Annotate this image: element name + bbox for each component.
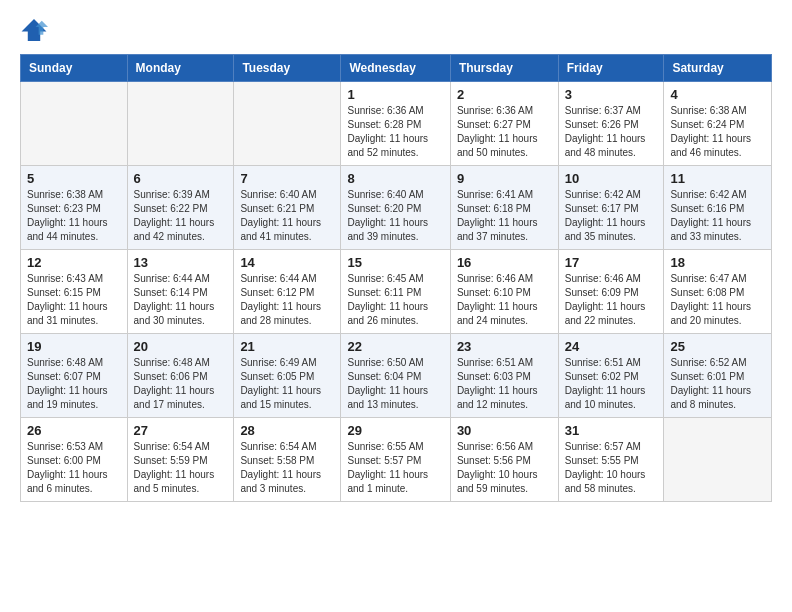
calendar-day-cell: 27Sunrise: 6:54 AM Sunset: 5:59 PM Dayli… [127, 418, 234, 502]
calendar-day-cell: 28Sunrise: 6:54 AM Sunset: 5:58 PM Dayli… [234, 418, 341, 502]
day-number: 23 [457, 339, 552, 354]
weekday-header-saturday: Saturday [664, 55, 772, 82]
day-info: Sunrise: 6:57 AM Sunset: 5:55 PM Dayligh… [565, 440, 658, 496]
day-info: Sunrise: 6:41 AM Sunset: 6:18 PM Dayligh… [457, 188, 552, 244]
header [20, 16, 772, 44]
day-number: 11 [670, 171, 765, 186]
day-number: 17 [565, 255, 658, 270]
calendar-day-cell: 19Sunrise: 6:48 AM Sunset: 6:07 PM Dayli… [21, 334, 128, 418]
day-info: Sunrise: 6:45 AM Sunset: 6:11 PM Dayligh… [347, 272, 443, 328]
weekday-header-sunday: Sunday [21, 55, 128, 82]
calendar-day-cell [21, 82, 128, 166]
day-number: 30 [457, 423, 552, 438]
day-number: 4 [670, 87, 765, 102]
weekday-header-monday: Monday [127, 55, 234, 82]
calendar-day-cell: 31Sunrise: 6:57 AM Sunset: 5:55 PM Dayli… [558, 418, 664, 502]
day-number: 24 [565, 339, 658, 354]
day-info: Sunrise: 6:49 AM Sunset: 6:05 PM Dayligh… [240, 356, 334, 412]
calendar-day-cell: 17Sunrise: 6:46 AM Sunset: 6:09 PM Dayli… [558, 250, 664, 334]
day-info: Sunrise: 6:54 AM Sunset: 5:59 PM Dayligh… [134, 440, 228, 496]
day-info: Sunrise: 6:46 AM Sunset: 6:10 PM Dayligh… [457, 272, 552, 328]
calendar-day-cell: 1Sunrise: 6:36 AM Sunset: 6:28 PM Daylig… [341, 82, 450, 166]
day-number: 21 [240, 339, 334, 354]
day-number: 20 [134, 339, 228, 354]
day-info: Sunrise: 6:52 AM Sunset: 6:01 PM Dayligh… [670, 356, 765, 412]
day-number: 28 [240, 423, 334, 438]
day-info: Sunrise: 6:55 AM Sunset: 5:57 PM Dayligh… [347, 440, 443, 496]
day-info: Sunrise: 6:50 AM Sunset: 6:04 PM Dayligh… [347, 356, 443, 412]
day-number: 2 [457, 87, 552, 102]
day-number: 27 [134, 423, 228, 438]
calendar-day-cell: 12Sunrise: 6:43 AM Sunset: 6:15 PM Dayli… [21, 250, 128, 334]
calendar-day-cell: 29Sunrise: 6:55 AM Sunset: 5:57 PM Dayli… [341, 418, 450, 502]
calendar-table: SundayMondayTuesdayWednesdayThursdayFrid… [20, 54, 772, 502]
day-info: Sunrise: 6:38 AM Sunset: 6:23 PM Dayligh… [27, 188, 121, 244]
day-info: Sunrise: 6:36 AM Sunset: 6:28 PM Dayligh… [347, 104, 443, 160]
day-info: Sunrise: 6:48 AM Sunset: 6:06 PM Dayligh… [134, 356, 228, 412]
day-number: 9 [457, 171, 552, 186]
calendar-week-row: 19Sunrise: 6:48 AM Sunset: 6:07 PM Dayli… [21, 334, 772, 418]
calendar-week-row: 5Sunrise: 6:38 AM Sunset: 6:23 PM Daylig… [21, 166, 772, 250]
day-number: 12 [27, 255, 121, 270]
calendar-day-cell: 24Sunrise: 6:51 AM Sunset: 6:02 PM Dayli… [558, 334, 664, 418]
day-number: 22 [347, 339, 443, 354]
logo-icon [20, 16, 48, 44]
day-info: Sunrise: 6:44 AM Sunset: 6:14 PM Dayligh… [134, 272, 228, 328]
weekday-header-tuesday: Tuesday [234, 55, 341, 82]
calendar-day-cell: 6Sunrise: 6:39 AM Sunset: 6:22 PM Daylig… [127, 166, 234, 250]
calendar-day-cell [127, 82, 234, 166]
day-number: 25 [670, 339, 765, 354]
day-info: Sunrise: 6:38 AM Sunset: 6:24 PM Dayligh… [670, 104, 765, 160]
day-info: Sunrise: 6:54 AM Sunset: 5:58 PM Dayligh… [240, 440, 334, 496]
page: SundayMondayTuesdayWednesdayThursdayFrid… [0, 0, 792, 612]
day-number: 13 [134, 255, 228, 270]
calendar-day-cell: 11Sunrise: 6:42 AM Sunset: 6:16 PM Dayli… [664, 166, 772, 250]
day-number: 14 [240, 255, 334, 270]
day-info: Sunrise: 6:36 AM Sunset: 6:27 PM Dayligh… [457, 104, 552, 160]
calendar-day-cell: 21Sunrise: 6:49 AM Sunset: 6:05 PM Dayli… [234, 334, 341, 418]
calendar-week-row: 26Sunrise: 6:53 AM Sunset: 6:00 PM Dayli… [21, 418, 772, 502]
day-number: 8 [347, 171, 443, 186]
day-info: Sunrise: 6:44 AM Sunset: 6:12 PM Dayligh… [240, 272, 334, 328]
day-number: 19 [27, 339, 121, 354]
day-info: Sunrise: 6:40 AM Sunset: 6:21 PM Dayligh… [240, 188, 334, 244]
calendar-day-cell: 23Sunrise: 6:51 AM Sunset: 6:03 PM Dayli… [450, 334, 558, 418]
weekday-header-thursday: Thursday [450, 55, 558, 82]
calendar-day-cell: 15Sunrise: 6:45 AM Sunset: 6:11 PM Dayli… [341, 250, 450, 334]
calendar-day-cell: 4Sunrise: 6:38 AM Sunset: 6:24 PM Daylig… [664, 82, 772, 166]
calendar-day-cell: 2Sunrise: 6:36 AM Sunset: 6:27 PM Daylig… [450, 82, 558, 166]
calendar-day-cell: 5Sunrise: 6:38 AM Sunset: 6:23 PM Daylig… [21, 166, 128, 250]
day-info: Sunrise: 6:40 AM Sunset: 6:20 PM Dayligh… [347, 188, 443, 244]
day-info: Sunrise: 6:51 AM Sunset: 6:03 PM Dayligh… [457, 356, 552, 412]
day-number: 29 [347, 423, 443, 438]
calendar-day-cell: 8Sunrise: 6:40 AM Sunset: 6:20 PM Daylig… [341, 166, 450, 250]
day-info: Sunrise: 6:48 AM Sunset: 6:07 PM Dayligh… [27, 356, 121, 412]
logo [20, 16, 52, 44]
calendar-day-cell: 16Sunrise: 6:46 AM Sunset: 6:10 PM Dayli… [450, 250, 558, 334]
day-info: Sunrise: 6:37 AM Sunset: 6:26 PM Dayligh… [565, 104, 658, 160]
calendar-day-cell: 10Sunrise: 6:42 AM Sunset: 6:17 PM Dayli… [558, 166, 664, 250]
day-info: Sunrise: 6:43 AM Sunset: 6:15 PM Dayligh… [27, 272, 121, 328]
calendar-day-cell: 7Sunrise: 6:40 AM Sunset: 6:21 PM Daylig… [234, 166, 341, 250]
day-number: 3 [565, 87, 658, 102]
calendar-day-cell: 25Sunrise: 6:52 AM Sunset: 6:01 PM Dayli… [664, 334, 772, 418]
day-info: Sunrise: 6:42 AM Sunset: 6:16 PM Dayligh… [670, 188, 765, 244]
day-info: Sunrise: 6:46 AM Sunset: 6:09 PM Dayligh… [565, 272, 658, 328]
day-info: Sunrise: 6:39 AM Sunset: 6:22 PM Dayligh… [134, 188, 228, 244]
calendar-day-cell: 9Sunrise: 6:41 AM Sunset: 6:18 PM Daylig… [450, 166, 558, 250]
day-number: 31 [565, 423, 658, 438]
day-number: 6 [134, 171, 228, 186]
day-info: Sunrise: 6:42 AM Sunset: 6:17 PM Dayligh… [565, 188, 658, 244]
calendar-day-cell [664, 418, 772, 502]
day-number: 18 [670, 255, 765, 270]
calendar-day-cell: 18Sunrise: 6:47 AM Sunset: 6:08 PM Dayli… [664, 250, 772, 334]
calendar-day-cell: 26Sunrise: 6:53 AM Sunset: 6:00 PM Dayli… [21, 418, 128, 502]
day-number: 16 [457, 255, 552, 270]
calendar-header-row: SundayMondayTuesdayWednesdayThursdayFrid… [21, 55, 772, 82]
day-number: 5 [27, 171, 121, 186]
calendar-day-cell: 14Sunrise: 6:44 AM Sunset: 6:12 PM Dayli… [234, 250, 341, 334]
weekday-header-friday: Friday [558, 55, 664, 82]
calendar-week-row: 1Sunrise: 6:36 AM Sunset: 6:28 PM Daylig… [21, 82, 772, 166]
day-info: Sunrise: 6:53 AM Sunset: 6:00 PM Dayligh… [27, 440, 121, 496]
day-number: 10 [565, 171, 658, 186]
